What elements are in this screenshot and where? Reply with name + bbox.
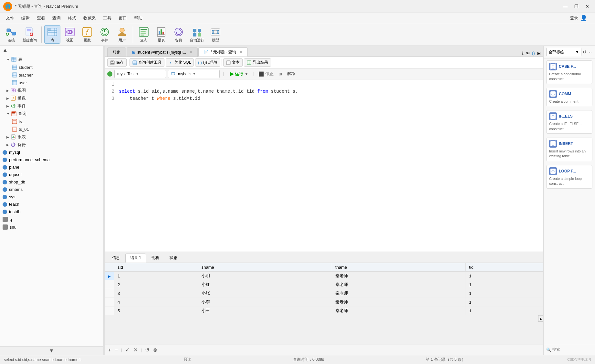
snippet-comm[interactable]: { } COMM Create a comment — [546, 88, 592, 106]
toolbar-report[interactable]: 报表 — [153, 26, 169, 43]
sidebar-item-teacher[interactable]: teacher — [0, 71, 103, 79]
close-button[interactable]: ✕ — [583, 3, 592, 10]
results-tab-result1[interactable]: 结果 1 — [125, 254, 146, 263]
code-block-button[interactable]: ( ) ()代码段 — [195, 58, 220, 67]
sidebar-item-user[interactable]: user — [0, 79, 103, 87]
toolbar-autorun[interactable]: 自动运行 — [188, 26, 206, 43]
explain-button[interactable]: 解释 — [285, 70, 298, 78]
sidebar-db-performance[interactable]: performance_schema — [0, 156, 103, 163]
grid-icon-btn[interactable]: ⊞ — [537, 51, 541, 56]
query-builder-button[interactable]: 查询创建工具 — [130, 58, 164, 67]
text-button[interactable]: T 文本 — [223, 58, 243, 67]
minimize-button[interactable]: — — [561, 3, 570, 10]
tab-query[interactable]: 📄 * 无标题 - 查询 ✕ — [198, 47, 248, 57]
save-button[interactable]: 保存 — [107, 58, 127, 67]
snippet-case[interactable]: { } CASE F... Create a conditional const… — [546, 60, 592, 84]
sidebar-db-mysql[interactable]: mysql — [0, 149, 103, 156]
menu-view[interactable]: 查看 — [34, 14, 48, 22]
toolbar-connect[interactable]: 连接 — [3, 26, 19, 43]
toolbar-view[interactable]: 视图 — [62, 26, 78, 43]
svg-rect-50 — [217, 30, 219, 31]
stop-button[interactable]: ⬛ 停止 — [256, 70, 276, 78]
conn1-select[interactable]: mysqlTest ▼ — [114, 70, 166, 78]
sidebar-scroll-up[interactable]: ▲ — [3, 47, 8, 53]
toolbar-user[interactable]: 用户 — [114, 26, 130, 43]
login-button[interactable]: 登录 👤 — [565, 13, 592, 23]
user-table-icon — [12, 80, 17, 86]
tab-query-close[interactable]: ✕ — [239, 50, 242, 54]
refresh-button[interactable]: ↺ — [144, 346, 150, 354]
toolbar-model[interactable]: 模型 — [207, 26, 224, 43]
sidebar-db-qquser[interactable]: qquser — [0, 171, 103, 178]
tab-object[interactable]: 对象 — [107, 47, 126, 57]
sidebar-item-ts01[interactable]: ts_01 — [0, 125, 103, 133]
add-row-button[interactable]: + — [107, 347, 111, 354]
snippet-filter[interactable]: 全部标签 ▼ — [546, 48, 581, 56]
sidebar-db-smbms[interactable]: smbms — [0, 186, 103, 193]
discard-button[interactable]: ✕ — [133, 346, 138, 354]
conn2-select[interactable]: mybatis ▼ — [168, 70, 220, 78]
sidebar-item-func-group[interactable]: ▶ ƒ 函数 — [0, 94, 103, 102]
toolbar-backup[interactable]: 备份 — [171, 26, 187, 43]
toolbar-query[interactable]: 查询 — [136, 26, 152, 43]
preview-icon-btn[interactable]: 👁 — [526, 51, 530, 56]
confirm-button[interactable]: ✓ — [125, 346, 130, 354]
sidebar-item-student[interactable]: student — [0, 63, 103, 71]
code-editor[interactable]: 1 2 3 select s.id sid,s.name sname,t.nam… — [105, 79, 543, 252]
snippet-insert[interactable]: { } INSERT Insert new rows into an exist… — [546, 138, 592, 161]
sidebar-item-event-group[interactable]: ▶ 事件 — [0, 102, 103, 110]
menu-tools[interactable]: 工具 — [100, 14, 115, 22]
sidebar-item-query-group[interactable]: ▼ 查询 — [0, 110, 103, 118]
sidebar-item-view-group[interactable]: ▶ 视图 — [0, 87, 103, 94]
snippet-refresh-btn[interactable]: ↺ — [583, 49, 587, 55]
menu-window[interactable]: 窗口 — [115, 14, 130, 22]
code-icon-btn[interactable]: () — [532, 51, 535, 56]
results-tab-info[interactable]: 信息 — [107, 254, 125, 263]
menu-format[interactable]: 格式 — [65, 14, 79, 22]
maximize-button[interactable]: ❐ — [572, 3, 581, 10]
delete-row-button[interactable]: − — [114, 347, 118, 354]
export-button[interactable]: 导出结果 — [244, 58, 271, 67]
event-label: 事件 — [101, 38, 108, 43]
menu-favorites[interactable]: 收藏夹 — [80, 14, 99, 22]
snippet-loop[interactable]: { } LOOP F... Create a simple loop const… — [546, 165, 592, 189]
tab-student-close[interactable]: ✕ — [189, 50, 192, 54]
sidebar-db-teach[interactable]: teach — [0, 201, 103, 208]
toolbar-new-query[interactable]: 新建查询 — [21, 26, 39, 43]
run-button[interactable]: ▶ 运行 ▼ — [227, 70, 251, 78]
sidebar-db-sys[interactable]: sys — [0, 193, 103, 201]
sidebar-item-shu[interactable]: shu — [0, 223, 103, 231]
results-tab-profile[interactable]: 剖析 — [147, 254, 164, 263]
snippet-ifelse[interactable]: { } IF...ELS Create a IF...ELSE... const… — [546, 110, 592, 134]
export-label: 导出结果 — [253, 60, 268, 65]
tab-student[interactable]: ⊞ student @mybatis (mysqlT... ✕ — [127, 47, 198, 57]
snippet-expand-btn[interactable]: ↔ — [588, 49, 592, 55]
sidebar-item-q[interactable]: q — [0, 215, 103, 223]
db-dot-testdb — [3, 210, 7, 214]
tab-query-label: * 无标题 - 查询 — [211, 49, 236, 55]
svg-text:ƒ: ƒ — [12, 96, 14, 100]
sidebar-item-table-group[interactable]: ▼ 表 — [0, 56, 103, 63]
sidebar-db-shopdb[interactable]: shop_db — [0, 178, 103, 186]
sidebar-item-ts[interactable]: ts_ — [0, 118, 103, 125]
code-content[interactable]: select s.id sid,s.name sname,t.name tnam… — [116, 81, 543, 250]
info-icon-btn[interactable]: ℹ — [522, 51, 524, 56]
sidebar-item-backup-group[interactable]: ▶ 备份 — [0, 141, 103, 149]
sidebar-item-report-group[interactable]: ▶ 报表 — [0, 133, 103, 141]
stop-query-button[interactable]: ⊗ — [152, 346, 158, 354]
table-scroll-up[interactable]: ▲ — [538, 315, 543, 322]
toolbar-table[interactable]: 表 — [44, 25, 60, 44]
snippet-comm-header: { } COMM — [549, 90, 590, 98]
results-tab-status[interactable]: 状态 — [165, 254, 182, 263]
menu-edit[interactable]: 编辑 — [18, 14, 33, 22]
sidebar-db-testdb[interactable]: testdb — [0, 208, 103, 215]
cell-tname-2: 秦老师 — [332, 280, 466, 289]
sidebar-db-plane[interactable]: plane — [0, 163, 103, 171]
menu-help[interactable]: 帮助 — [131, 14, 146, 22]
beautify-button[interactable]: ✦ 美化 SQL — [166, 58, 194, 67]
toolbar-function[interactable]: ƒ 函数 — [79, 26, 95, 43]
sidebar-scroll-down[interactable]: ▼ — [0, 346, 103, 355]
toolbar-event[interactable]: 事件 — [97, 26, 113, 43]
menu-query[interactable]: 查询 — [49, 14, 64, 22]
menu-file[interactable]: 文件 — [3, 14, 17, 22]
